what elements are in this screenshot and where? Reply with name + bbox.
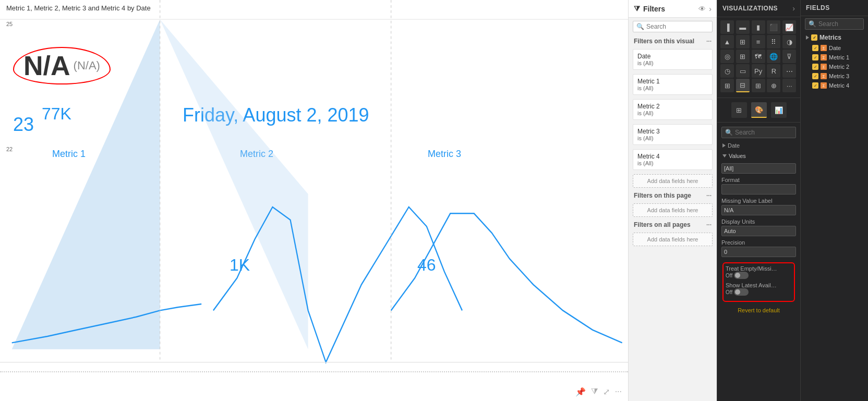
format-input[interactable] (721, 184, 796, 195)
viz-custom-icon[interactable]: ⊕ (767, 79, 780, 92)
chart-bottom-icons: 📌 ⧩ ⤢ ··· (575, 387, 622, 397)
viz-matrix-icon[interactable]: ⊞ (720, 79, 734, 92)
filters-page-more[interactable]: ··· (706, 192, 712, 199)
field-metric1-checkbox[interactable]: ✓ (812, 54, 818, 60)
chart-svg (0, 0, 628, 401)
viz-filled-map-icon[interactable]: 🌐 (767, 50, 780, 63)
filter-item-metric1[interactable]: Metric 1 is (All) (633, 74, 713, 95)
filters-page-section: Filters on this page ··· (629, 190, 717, 201)
viz-multirow-card-icon[interactable]: ⊟ (736, 79, 750, 92)
viz-bar-chart-icon[interactable]: ▐ (720, 20, 734, 34)
viz-search-box[interactable]: 🔍 (721, 127, 796, 138)
viz-qna-icon[interactable]: ⊞ (752, 79, 765, 92)
show-latest-thumb (735, 289, 740, 295)
fields-table-checkbox[interactable]: ✓ (811, 34, 817, 41)
missing-value-input[interactable] (721, 205, 796, 215)
treat-empty-toggle-row: Off (726, 272, 792, 279)
fields-search-input[interactable] (818, 20, 860, 28)
filter-add-allpages[interactable]: Add data fields here (633, 233, 713, 246)
filter-add-page[interactable]: Add data fields here (633, 203, 713, 217)
filter-icon[interactable]: ⧩ (591, 387, 598, 397)
viz-line-chart-icon[interactable]: 📈 (782, 20, 796, 34)
field-metric4-checkbox[interactable]: ✓ (812, 82, 818, 89)
viz-search-icon: 🔍 (725, 129, 733, 136)
values-dropdown[interactable]: [All] (721, 163, 796, 174)
fields-title: FIELDS (806, 4, 830, 11)
filters-search-input[interactable] (646, 23, 709, 30)
viz-stacked-bar-icon[interactable]: ▬ (736, 20, 750, 34)
viz-stacked-col-icon[interactable]: ⬛ (767, 20, 780, 34)
viz-table-icon[interactable]: ⋯ (782, 64, 796, 78)
filters-chevron-right-icon[interactable]: › (709, 5, 712, 13)
viz-area-chart-icon[interactable]: ▲ (720, 35, 734, 48)
filter-item-date[interactable]: Date is (All) (633, 49, 713, 70)
pin-icon[interactable]: 📌 (575, 387, 586, 397)
field-metric1-name: Metric 1 (829, 54, 849, 60)
viz-waterfall-icon[interactable]: ≡ (752, 35, 765, 48)
expand-icon[interactable]: ⤢ (603, 387, 610, 397)
filter-item-metric3[interactable]: Metric 3 is (All) (633, 124, 713, 145)
filters-eye-icon[interactable]: 👁 (698, 5, 706, 13)
field-date-name: Date (829, 45, 841, 51)
viz-icons-grid: ▐ ▬ ▮ ⬛ 📈 ▲ ⊞ ≡ ⠿ ◑ ◎ ⊞ 🗺 🌐 ⊽ ◷ ▭ Py R ⋯… (717, 17, 800, 95)
red-border-section: Treat Empty/Missing Valu... Off Show Lat… (722, 262, 795, 302)
viz-column-chart-icon[interactable]: ▮ (752, 20, 765, 34)
field-metric2-checkbox[interactable]: ✓ (812, 64, 818, 70)
revert-to-default-button[interactable]: Revert to default (721, 304, 796, 317)
viz-divider2 (717, 122, 800, 123)
show-latest-track[interactable] (734, 288, 749, 296)
fields-table-name: Metrics (819, 34, 841, 41)
fields-panel: FIELDS 🔍 ✓ Metrics ✓ Σ Date ✓ Σ Metric 1… (800, 0, 868, 401)
viz-card-icon[interactable]: ▭ (736, 64, 750, 78)
viz-panel-expand[interactable]: › (792, 4, 795, 13)
viz-treemap-icon[interactable]: ⊞ (736, 50, 750, 63)
filter-item-metric4[interactable]: Metric 4 is (All) (633, 149, 713, 170)
field-item-metric2[interactable]: ✓ Σ Metric 2 (801, 62, 868, 71)
viz-analytics-icon[interactable]: 📊 (771, 102, 787, 118)
viz-funnel-icon[interactable]: ⊽ (782, 50, 796, 63)
svg-marker-0 (12, 19, 160, 349)
fields-search-box[interactable]: 🔍 (805, 18, 864, 30)
viz-format-icon[interactable]: 🎨 (751, 102, 767, 118)
viz-donut-icon[interactable]: ◎ (720, 50, 734, 63)
filter-item-metric2[interactable]: Metric 2 is (All) (633, 99, 713, 120)
viz-ribbon-icon[interactable]: ⊞ (736, 35, 750, 48)
field-item-metric4[interactable]: ✓ Σ Metric 4 (801, 81, 868, 90)
viz-slicer-icon[interactable]: R (767, 64, 780, 78)
field-metric3-checkbox[interactable]: ✓ (812, 73, 818, 79)
treat-empty-label: Treat Empty/Missing Valu... (726, 265, 778, 272)
field-item-date[interactable]: ✓ Σ Date (801, 43, 868, 53)
field-date-checkbox[interactable]: ✓ (812, 45, 818, 51)
viz-more-icon[interactable]: ··· (782, 79, 796, 92)
viz-pie-icon[interactable]: ◑ (782, 35, 796, 48)
filters-allpages-more[interactable]: ··· (706, 221, 712, 228)
viz-fields-icon[interactable]: ⊞ (731, 102, 747, 118)
field-item-metric1[interactable]: ✓ Σ Metric 1 (801, 53, 868, 62)
filters-visual-section: Filters on this visual ··· (629, 35, 717, 47)
treat-empty-toggle[interactable]: Off (726, 272, 749, 279)
viz-search-input[interactable] (735, 129, 792, 136)
field-metric4-name: Metric 4 (829, 82, 849, 89)
treat-empty-track[interactable] (734, 272, 749, 279)
fields-table-header[interactable]: ✓ Metrics (801, 32, 868, 43)
treat-empty-off-label: Off (726, 273, 732, 278)
viz-date-section[interactable]: Date (717, 140, 800, 151)
precision-input[interactable] (721, 247, 796, 257)
filter-add-visual[interactable]: Add data fields here (633, 174, 713, 188)
show-latest-off-label: Off (726, 289, 732, 295)
viz-kpi-icon[interactable]: Py (752, 64, 765, 78)
viz-map-icon[interactable]: 🗺 (752, 50, 765, 63)
viz-values-section[interactable]: Values (717, 151, 800, 161)
viz-gauge-icon[interactable]: ◷ (720, 64, 734, 78)
chart-area: Metric 1, Metric 2, Metric 3 and Metric … (0, 0, 628, 401)
missing-value-label: Missing Value Label (721, 198, 796, 204)
filters-search-box[interactable]: 🔍 (633, 21, 713, 32)
field-item-metric3[interactable]: ✓ Σ Metric 3 (801, 71, 868, 81)
more-icon[interactable]: ··· (615, 387, 622, 397)
viz-panel-header: VISUALIZATIONS › (717, 0, 800, 17)
show-latest-toggle[interactable]: Off (726, 288, 749, 296)
viz-scatter-icon[interactable]: ⠿ (767, 35, 780, 48)
display-units-dropdown[interactable]: Auto (721, 226, 796, 236)
fields-table-expand-icon (806, 35, 809, 40)
filters-visual-more[interactable]: ··· (706, 38, 712, 45)
